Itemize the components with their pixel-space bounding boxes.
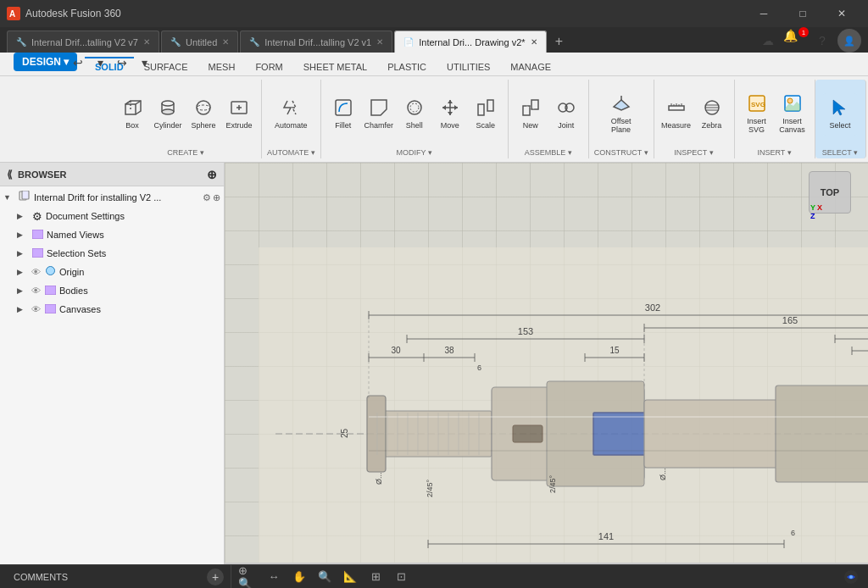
add-comment-button[interactable]: + bbox=[207, 569, 224, 585]
svg-text:30: 30 bbox=[391, 346, 401, 355]
measure-button[interactable]: 📐 bbox=[340, 568, 360, 586]
modify-shell-button[interactable]: Shell bbox=[398, 93, 431, 136]
tree-item-namedviews[interactable]: ▶ Named Views bbox=[0, 225, 224, 244]
tree-item-bodies[interactable]: ▶ 👁 Bodies bbox=[0, 281, 224, 300]
maximize-button[interactable]: □ bbox=[783, 0, 822, 27]
tree-item-selectionsets[interactable]: ▶ Selection Sets bbox=[0, 244, 224, 263]
svg-rect-99 bbox=[776, 386, 868, 482]
modify-move-button[interactable]: Move bbox=[433, 93, 467, 136]
cloud-button[interactable]: ☁ bbox=[756, 29, 780, 53]
online-status-button[interactable] bbox=[841, 568, 861, 586]
docsettings-label: Document Settings bbox=[46, 211, 220, 221]
assemble-joint-button[interactable]: Joint bbox=[549, 93, 583, 136]
tree-item-canvases[interactable]: ▶ 👁 Canvases bbox=[0, 300, 224, 319]
ribbon-tab-utilities[interactable]: UTILITIES bbox=[437, 57, 500, 75]
section-modify: Fillet Chamfer Shell bbox=[321, 80, 509, 158]
inspect-zebra-button[interactable]: Zebra bbox=[695, 93, 729, 136]
move-icon bbox=[440, 97, 460, 120]
create-more-button[interactable]: Extrude bbox=[222, 93, 256, 136]
tab-close-v7[interactable]: ✕ bbox=[143, 37, 150, 47]
select-icons: Select bbox=[823, 81, 857, 147]
undo-dropdown[interactable]: ▾ bbox=[90, 53, 110, 73]
notification-button[interactable]: 🔔 1 bbox=[783, 29, 807, 53]
svg-rect-104 bbox=[513, 425, 542, 442]
svg-marker-23 bbox=[442, 105, 446, 110]
close-button[interactable]: ✕ bbox=[822, 0, 861, 27]
assemble-new-button[interactable]: New bbox=[514, 93, 548, 136]
tab-internal-v1[interactable]: 🔧 Internal Drif...talling V2 v1 ✕ bbox=[240, 31, 392, 53]
section-automate: Automate AUTOMATE ▾ bbox=[262, 80, 321, 158]
tree-item-settings[interactable]: ⚙ bbox=[203, 192, 211, 203]
section-assemble: New Joint ASSEMBLE ▾ bbox=[509, 80, 589, 158]
redo-button[interactable]: ↪ bbox=[112, 53, 132, 73]
modify-more-button[interactable]: Scale bbox=[469, 93, 503, 136]
create-sphere-button[interactable]: Sphere bbox=[186, 93, 220, 136]
namedviews-label: Named Views bbox=[47, 230, 220, 240]
tab-close-v1[interactable]: ✕ bbox=[376, 37, 383, 47]
svg-marker-24 bbox=[454, 105, 458, 110]
viewcube[interactable]: TOP Y Z X bbox=[809, 171, 860, 222]
assemble-icons: New Joint bbox=[514, 81, 583, 147]
zoom-button[interactable]: 🔍 bbox=[314, 568, 335, 586]
ribbon-tab-manage[interactable]: MANAGE bbox=[500, 57, 561, 75]
select-button[interactable]: Select bbox=[823, 93, 857, 136]
fit-screen-button[interactable]: ⊕🔍 bbox=[238, 568, 259, 586]
minimize-button[interactable]: ─ bbox=[744, 0, 783, 27]
notification-badge: 1 bbox=[798, 27, 809, 37]
app-icon: A bbox=[7, 7, 20, 20]
modify-icons: Fillet Chamfer Shell bbox=[326, 81, 503, 147]
construct-plane-button[interactable]: Offset Plane bbox=[604, 93, 638, 136]
modify-chamfer-button[interactable]: Chamfer bbox=[362, 93, 396, 136]
visibility-icon[interactable]: 👁 bbox=[31, 304, 41, 314]
insert-canvas-button[interactable]: Insert Canvas bbox=[776, 93, 810, 136]
visibility-icon[interactable]: 👁 bbox=[31, 286, 41, 296]
svg-marker-21 bbox=[448, 100, 453, 103]
create-more-icon bbox=[229, 97, 249, 120]
svg-rect-26 bbox=[487, 100, 493, 111]
redo-dropdown[interactable]: ▾ bbox=[134, 53, 154, 73]
grid-button[interactable]: ⊞ bbox=[365, 568, 386, 586]
ribbon-tab-mesh[interactable]: MESH bbox=[198, 57, 246, 75]
tab-untitled[interactable]: 🔧 Untitled ✕ bbox=[161, 31, 238, 53]
tree-item-root[interactable]: ▼ Internal Drift for installing V2 ... ⚙… bbox=[0, 188, 224, 207]
tree-item-docsettings[interactable]: ▶ ⚙ Document Settings bbox=[0, 207, 224, 225]
tree-item-origin[interactable]: ▶ 👁 Origin bbox=[0, 263, 224, 281]
ribbon-tab-plastic[interactable]: PLASTIC bbox=[377, 57, 437, 75]
tree-item-more[interactable]: ⊕ bbox=[213, 192, 220, 203]
create-icons: Box Cylinder Sphere bbox=[115, 81, 256, 147]
svg-rect-50 bbox=[22, 191, 29, 199]
svg-marker-22 bbox=[448, 112, 453, 115]
inspect-measure-button[interactable]: Measure bbox=[659, 93, 693, 136]
tab-close-untitled[interactable]: ✕ bbox=[222, 37, 229, 47]
pan-button[interactable]: ✋ bbox=[289, 568, 309, 586]
modify-fillet-button[interactable]: Fillet bbox=[326, 93, 360, 136]
ribbon-tab-sheetmetal[interactable]: SHEET METAL bbox=[293, 57, 377, 75]
create-sphere-label: Sphere bbox=[191, 122, 215, 130]
tab-drawing[interactable]: 📄 Internal Dri... Drawing v2* ✕ bbox=[394, 31, 546, 53]
automate-label: Automate bbox=[275, 122, 308, 130]
look-at-button[interactable]: ↔ bbox=[264, 568, 284, 586]
display-settings-button[interactable]: ⊡ bbox=[391, 568, 411, 586]
modify-section-title: MODIFY ▾ bbox=[397, 147, 432, 157]
app-title: Autodesk Fusion 360 bbox=[25, 8, 121, 19]
tab-internal-v7[interactable]: 🔧 Internal Drif...talling V2 v7 ✕ bbox=[7, 31, 159, 53]
chevron-right-icon: ▶ bbox=[17, 305, 29, 313]
ribbon-tab-form[interactable]: FORM bbox=[245, 57, 292, 75]
svg-point-53 bbox=[47, 267, 55, 275]
visibility-icon[interactable]: 👁 bbox=[31, 267, 41, 277]
section-inspect: Measure Zebra INSPECT ▾ bbox=[654, 80, 735, 158]
origin-icon bbox=[45, 265, 56, 279]
svg-point-11 bbox=[197, 105, 210, 110]
canvas-viewport[interactable]: TOP Y Z X 302 165 bbox=[225, 163, 868, 564]
browser-collapse-icon[interactable]: ⟪ bbox=[7, 169, 13, 180]
tab-close-drawing[interactable]: ✕ bbox=[531, 37, 537, 47]
insert-svg-button[interactable]: SVG Insert SVG bbox=[740, 93, 774, 136]
automate-button[interactable]: Automate bbox=[274, 93, 308, 136]
create-cylinder-button[interactable]: Cylinder bbox=[151, 93, 185, 136]
user-avatar[interactable]: 👤 bbox=[837, 29, 861, 53]
tab-add-button[interactable]: + bbox=[548, 31, 570, 53]
undo-button[interactable]: ↩ bbox=[68, 53, 88, 73]
create-box-button[interactable]: Box bbox=[115, 93, 149, 136]
help-button[interactable]: ? bbox=[810, 29, 834, 53]
browser-options-icon[interactable]: ⊕ bbox=[207, 168, 217, 181]
